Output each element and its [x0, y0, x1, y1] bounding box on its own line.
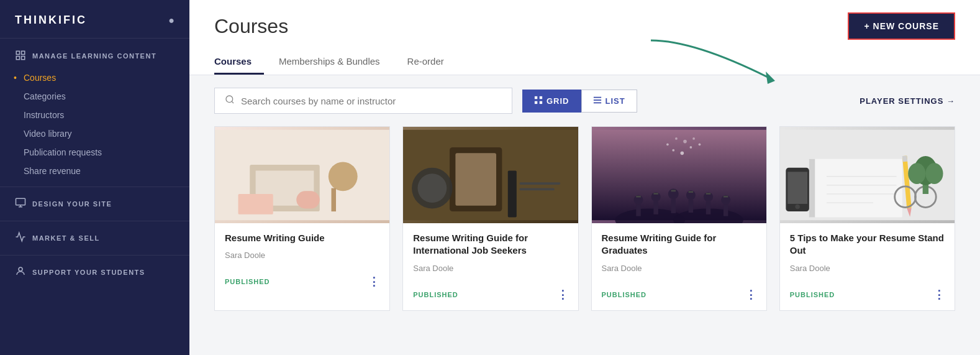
support-students-label: SUPPORT YOUR STUDENTS	[32, 269, 145, 276]
status-badge-2: PUBLISHED	[413, 291, 458, 298]
sidebar-section-design[interactable]: DESIGN YOUR SITE	[0, 190, 189, 218]
main-wrapper: Courses + NEW COURSE Courses Memberships…	[189, 0, 980, 355]
sidebar-item-categories[interactable]: Categories	[24, 87, 189, 106]
search-input[interactable]	[241, 96, 502, 106]
svg-point-58	[675, 137, 678, 140]
svg-rect-24	[296, 191, 320, 208]
svg-rect-53	[723, 196, 728, 198]
svg-rect-17	[593, 102, 601, 103]
svg-rect-14	[540, 101, 542, 103]
svg-rect-52	[706, 193, 710, 195]
new-course-button[interactable]: + NEW COURSE	[848, 12, 955, 40]
svg-point-21	[329, 162, 358, 191]
svg-rect-63	[809, 159, 902, 218]
svg-rect-3	[22, 57, 25, 60]
sidebar-item-share-revenue[interactable]: Share revenue	[24, 162, 189, 180]
list-view-button[interactable]: LIST	[581, 90, 637, 113]
svg-rect-22	[332, 188, 337, 212]
logo-text: THINKIFIC	[15, 14, 87, 27]
sidebar-item-publication-requests[interactable]: Publication requests	[24, 143, 189, 162]
svg-rect-73	[787, 172, 807, 204]
market-sell-label: MARKET & SELL	[32, 234, 100, 242]
svg-rect-4	[16, 198, 25, 205]
svg-rect-0	[16, 51, 19, 54]
sidebar-logo: THINKIFIC ●	[0, 0, 189, 39]
svg-rect-50	[671, 190, 676, 191]
view-toggle: GRID LIST	[522, 90, 637, 113]
course-thumbnail-2	[403, 127, 578, 223]
svg-point-81	[925, 163, 943, 184]
tab-reorder[interactable]: Re-order	[407, 50, 456, 75]
svg-rect-48	[636, 196, 641, 198]
sidebar-section-manage-title[interactable]: MANAGE LEARNING CONTENT	[15, 50, 175, 62]
svg-rect-37	[636, 205, 641, 216]
more-menu-icon-2[interactable]: ⋮	[557, 288, 568, 302]
course-card-3: Resume Writing Guide for Graduates Sara …	[591, 126, 767, 311]
sidebar-section-market[interactable]: MARKET & SELL	[0, 224, 189, 252]
tab-memberships[interactable]: Memberships & Bundles	[279, 50, 392, 75]
course-author-4: Sara Doole	[790, 264, 945, 273]
tab-courses[interactable]: Courses	[214, 50, 264, 75]
course-card-1: Resume Writing Guide Sara Doole PUBLISHE…	[214, 126, 390, 311]
search-box[interactable]	[214, 88, 512, 114]
course-footer-2: PUBLISHED ⋮	[403, 288, 578, 310]
svg-rect-1	[22, 51, 25, 54]
player-settings-button[interactable]: PLAYER SETTINGS →	[860, 96, 955, 106]
design-icon	[15, 197, 26, 211]
course-thumbnail-4	[780, 127, 955, 223]
more-menu-icon-4[interactable]: ⋮	[933, 288, 945, 302]
svg-rect-16	[593, 99, 601, 101]
course-title-4: 5 Tips to Make your Resume Stand Out	[790, 232, 945, 257]
svg-rect-33	[592, 130, 766, 220]
header-top: Courses + NEW COURSE	[214, 12, 955, 40]
svg-point-61	[666, 143, 669, 145]
svg-rect-45	[706, 201, 710, 214]
sidebar-item-instructors[interactable]: Instructors	[24, 106, 189, 124]
tabs: Courses Memberships & Bundles Re-order	[214, 50, 955, 75]
svg-point-9	[226, 96, 233, 103]
svg-point-54	[680, 152, 684, 155]
svg-rect-2	[16, 57, 19, 60]
more-menu-icon-1[interactable]: ⋮	[368, 275, 379, 288]
grid-view-button[interactable]: GRID	[522, 90, 581, 113]
toolbar: GRID LIST PLAYER SETTINGS →	[189, 75, 980, 126]
course-title-1: Resume Writing Guide	[225, 232, 379, 244]
svg-point-59	[692, 137, 695, 140]
course-info-4: 5 Tips to Make your Resume Stand Out Sar…	[780, 223, 955, 288]
svg-rect-13	[535, 101, 537, 103]
svg-point-55	[689, 146, 692, 149]
course-footer-1: PUBLISHED ⋮	[215, 275, 389, 297]
svg-point-29	[418, 173, 447, 203]
svg-rect-12	[540, 96, 542, 98]
page-title: Courses	[214, 15, 288, 38]
main-header: Courses + NEW COURSE Courses Memberships…	[189, 0, 980, 75]
status-badge-3: PUBLISHED	[602, 291, 647, 298]
course-footer-3: PUBLISHED ⋮	[592, 288, 766, 310]
search-icon[interactable]: ●	[168, 15, 175, 26]
sidebar-section-support[interactable]: SUPPORT YOUR STUDENTS	[0, 258, 189, 287]
svg-rect-71	[902, 155, 907, 162]
course-card-2: Resume Writing Guide for International J…	[402, 126, 578, 311]
svg-rect-30	[508, 170, 517, 217]
list-icon	[593, 96, 602, 106]
course-author-3: Sara Doole	[602, 264, 756, 273]
course-author-2: Sara Doole	[413, 264, 568, 273]
design-site-label: DESIGN YOUR SITE	[32, 200, 112, 208]
svg-rect-51	[688, 191, 693, 193]
sidebar-item-courses[interactable]: Courses	[24, 68, 189, 87]
course-info-3: Resume Writing Guide for Graduates Sara …	[592, 223, 766, 288]
sidebar-section-manage: MANAGE LEARNING CONTENT	[0, 39, 189, 66]
svg-point-80	[908, 163, 925, 184]
sidebar: THINKIFIC ● MANAGE LEARNING CONTENT Cour…	[0, 0, 189, 355]
more-menu-icon-3[interactable]: ⋮	[745, 288, 756, 302]
status-badge-4: PUBLISHED	[790, 291, 835, 298]
sidebar-item-video-library[interactable]: Video library	[24, 124, 189, 143]
course-title-3: Resume Writing Guide for Graduates	[602, 232, 756, 257]
svg-rect-32	[520, 188, 555, 191]
svg-rect-11	[535, 96, 537, 98]
main-content: Courses + NEW COURSE Courses Memberships…	[189, 0, 980, 355]
grid-icon	[534, 96, 543, 106]
course-thumbnail-3	[592, 127, 766, 223]
svg-rect-41	[671, 199, 676, 213]
svg-point-56	[672, 149, 674, 152]
